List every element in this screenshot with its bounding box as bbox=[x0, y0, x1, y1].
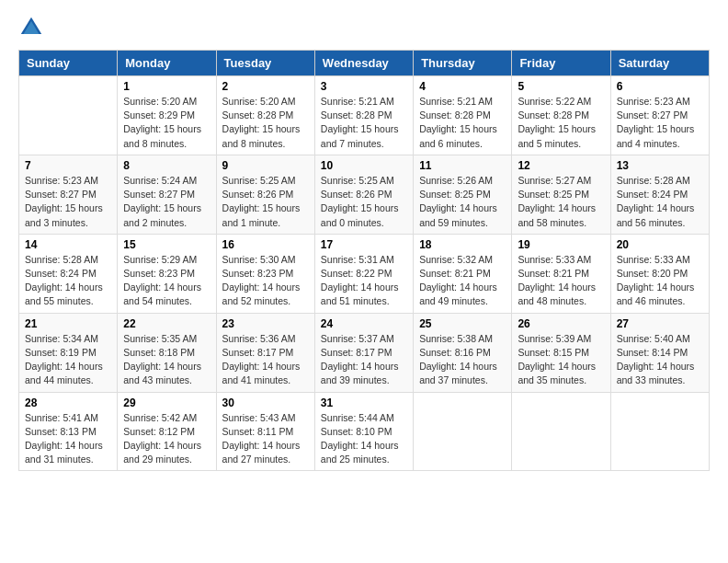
calendar-cell: 13Sunrise: 5:28 AMSunset: 8:24 PMDayligh… bbox=[610, 155, 709, 234]
weekday-header-thursday: Thursday bbox=[414, 51, 512, 76]
day-number: 25 bbox=[419, 317, 506, 330]
day-number: 15 bbox=[123, 238, 210, 251]
day-number: 14 bbox=[25, 238, 111, 251]
weekday-header-tuesday: Tuesday bbox=[216, 51, 314, 76]
day-info: Sunrise: 5:44 AMSunset: 8:10 PMDaylight:… bbox=[321, 411, 407, 467]
calendar-cell: 29Sunrise: 5:42 AMSunset: 8:12 PMDayligh… bbox=[118, 392, 216, 471]
day-number: 24 bbox=[321, 317, 407, 330]
day-info: Sunrise: 5:32 AMSunset: 8:21 PMDaylight:… bbox=[419, 253, 506, 309]
calendar-cell bbox=[414, 392, 512, 471]
calendar-week-1: 1Sunrise: 5:20 AMSunset: 8:29 PMDaylight… bbox=[19, 76, 710, 155]
day-number: 8 bbox=[123, 159, 210, 172]
day-number: 16 bbox=[222, 238, 309, 251]
day-info: Sunrise: 5:41 AMSunset: 8:13 PMDaylight:… bbox=[25, 411, 111, 467]
day-info: Sunrise: 5:27 AMSunset: 8:25 PMDaylight:… bbox=[518, 174, 604, 230]
calendar-cell: 4Sunrise: 5:21 AMSunset: 8:28 PMDaylight… bbox=[414, 76, 512, 155]
day-info: Sunrise: 5:34 AMSunset: 8:19 PMDaylight:… bbox=[25, 332, 111, 388]
calendar-cell: 28Sunrise: 5:41 AMSunset: 8:13 PMDayligh… bbox=[19, 392, 118, 471]
day-info: Sunrise: 5:33 AMSunset: 8:21 PMDaylight:… bbox=[518, 253, 604, 309]
logo-icon bbox=[18, 15, 44, 40]
calendar-cell: 31Sunrise: 5:44 AMSunset: 8:10 PMDayligh… bbox=[314, 392, 413, 471]
day-info: Sunrise: 5:26 AMSunset: 8:25 PMDaylight:… bbox=[419, 174, 506, 230]
calendar-cell: 27Sunrise: 5:40 AMSunset: 8:14 PMDayligh… bbox=[610, 313, 709, 392]
day-number: 31 bbox=[321, 396, 407, 409]
calendar-cell: 22Sunrise: 5:35 AMSunset: 8:18 PMDayligh… bbox=[118, 313, 216, 392]
calendar-cell: 24Sunrise: 5:37 AMSunset: 8:17 PMDayligh… bbox=[314, 313, 413, 392]
weekday-header-monday: Monday bbox=[118, 51, 216, 76]
calendar-header: SundayMondayTuesdayWednesdayThursdayFrid… bbox=[19, 51, 710, 76]
calendar-cell: 21Sunrise: 5:34 AMSunset: 8:19 PMDayligh… bbox=[19, 313, 118, 392]
logo bbox=[18, 15, 48, 40]
weekday-header-saturday: Saturday bbox=[610, 51, 709, 76]
day-info: Sunrise: 5:22 AMSunset: 8:28 PMDaylight:… bbox=[518, 95, 604, 151]
day-number: 3 bbox=[321, 80, 407, 93]
day-info: Sunrise: 5:35 AMSunset: 8:18 PMDaylight:… bbox=[123, 332, 210, 388]
day-number: 26 bbox=[518, 317, 604, 330]
day-number: 1 bbox=[123, 80, 210, 93]
calendar-cell: 5Sunrise: 5:22 AMSunset: 8:28 PMDaylight… bbox=[512, 76, 610, 155]
calendar-cell: 14Sunrise: 5:28 AMSunset: 8:24 PMDayligh… bbox=[19, 234, 118, 313]
calendar-cell: 6Sunrise: 5:23 AMSunset: 8:27 PMDaylight… bbox=[610, 76, 709, 155]
weekday-header-friday: Friday bbox=[512, 51, 610, 76]
day-info: Sunrise: 5:40 AMSunset: 8:14 PMDaylight:… bbox=[617, 332, 703, 388]
day-number: 12 bbox=[518, 159, 604, 172]
day-number: 11 bbox=[419, 159, 506, 172]
calendar-table: SundayMondayTuesdayWednesdayThursdayFrid… bbox=[18, 50, 710, 471]
calendar-cell: 12Sunrise: 5:27 AMSunset: 8:25 PMDayligh… bbox=[512, 155, 610, 234]
calendar-cell: 10Sunrise: 5:25 AMSunset: 8:26 PMDayligh… bbox=[314, 155, 413, 234]
calendar-cell: 25Sunrise: 5:38 AMSunset: 8:16 PMDayligh… bbox=[414, 313, 512, 392]
calendar-cell: 7Sunrise: 5:23 AMSunset: 8:27 PMDaylight… bbox=[19, 155, 118, 234]
calendar-cell: 2Sunrise: 5:20 AMSunset: 8:28 PMDaylight… bbox=[216, 76, 314, 155]
day-number: 5 bbox=[518, 80, 604, 93]
day-info: Sunrise: 5:36 AMSunset: 8:17 PMDaylight:… bbox=[222, 332, 309, 388]
day-number: 18 bbox=[419, 238, 506, 251]
day-info: Sunrise: 5:21 AMSunset: 8:28 PMDaylight:… bbox=[419, 95, 506, 151]
day-info: Sunrise: 5:31 AMSunset: 8:22 PMDaylight:… bbox=[321, 253, 407, 309]
calendar-cell: 11Sunrise: 5:26 AMSunset: 8:25 PMDayligh… bbox=[414, 155, 512, 234]
calendar-week-5: 28Sunrise: 5:41 AMSunset: 8:13 PMDayligh… bbox=[19, 392, 710, 471]
weekday-header-sunday: Sunday bbox=[19, 51, 118, 76]
day-number: 22 bbox=[123, 317, 210, 330]
day-info: Sunrise: 5:24 AMSunset: 8:27 PMDaylight:… bbox=[123, 174, 210, 230]
calendar-cell bbox=[512, 392, 610, 471]
day-info: Sunrise: 5:37 AMSunset: 8:17 PMDaylight:… bbox=[321, 332, 407, 388]
day-info: Sunrise: 5:33 AMSunset: 8:20 PMDaylight:… bbox=[617, 253, 703, 309]
day-info: Sunrise: 5:23 AMSunset: 8:27 PMDaylight:… bbox=[25, 174, 111, 230]
calendar-cell: 18Sunrise: 5:32 AMSunset: 8:21 PMDayligh… bbox=[414, 234, 512, 313]
page-header bbox=[18, 15, 710, 40]
day-number: 17 bbox=[321, 238, 407, 251]
calendar-cell: 26Sunrise: 5:39 AMSunset: 8:15 PMDayligh… bbox=[512, 313, 610, 392]
day-info: Sunrise: 5:21 AMSunset: 8:28 PMDaylight:… bbox=[321, 95, 407, 151]
day-number: 9 bbox=[222, 159, 309, 172]
day-info: Sunrise: 5:20 AMSunset: 8:28 PMDaylight:… bbox=[222, 95, 309, 151]
day-number: 27 bbox=[617, 317, 703, 330]
weekday-header-wednesday: Wednesday bbox=[314, 51, 413, 76]
day-info: Sunrise: 5:25 AMSunset: 8:26 PMDaylight:… bbox=[222, 174, 309, 230]
day-info: Sunrise: 5:23 AMSunset: 8:27 PMDaylight:… bbox=[617, 95, 703, 151]
day-info: Sunrise: 5:25 AMSunset: 8:26 PMDaylight:… bbox=[321, 174, 407, 230]
calendar-week-3: 14Sunrise: 5:28 AMSunset: 8:24 PMDayligh… bbox=[19, 234, 710, 313]
day-number: 4 bbox=[419, 80, 506, 93]
calendar-cell: 9Sunrise: 5:25 AMSunset: 8:26 PMDaylight… bbox=[216, 155, 314, 234]
day-number: 28 bbox=[25, 396, 111, 409]
calendar-cell: 16Sunrise: 5:30 AMSunset: 8:23 PMDayligh… bbox=[216, 234, 314, 313]
day-number: 7 bbox=[25, 159, 111, 172]
day-number: 6 bbox=[617, 80, 703, 93]
calendar-cell: 17Sunrise: 5:31 AMSunset: 8:22 PMDayligh… bbox=[314, 234, 413, 313]
calendar-body: 1Sunrise: 5:20 AMSunset: 8:29 PMDaylight… bbox=[19, 76, 710, 471]
calendar-cell: 23Sunrise: 5:36 AMSunset: 8:17 PMDayligh… bbox=[216, 313, 314, 392]
calendar-cell: 30Sunrise: 5:43 AMSunset: 8:11 PMDayligh… bbox=[216, 392, 314, 471]
day-info: Sunrise: 5:29 AMSunset: 8:23 PMDaylight:… bbox=[123, 253, 210, 309]
day-number: 19 bbox=[518, 238, 604, 251]
day-number: 23 bbox=[222, 317, 309, 330]
day-number: 29 bbox=[123, 396, 210, 409]
day-info: Sunrise: 5:39 AMSunset: 8:15 PMDaylight:… bbox=[518, 332, 604, 388]
day-number: 20 bbox=[617, 238, 703, 251]
day-info: Sunrise: 5:42 AMSunset: 8:12 PMDaylight:… bbox=[123, 411, 210, 467]
calendar-cell: 8Sunrise: 5:24 AMSunset: 8:27 PMDaylight… bbox=[118, 155, 216, 234]
calendar-week-2: 7Sunrise: 5:23 AMSunset: 8:27 PMDaylight… bbox=[19, 155, 710, 234]
calendar-cell: 20Sunrise: 5:33 AMSunset: 8:20 PMDayligh… bbox=[610, 234, 709, 313]
calendar-cell: 1Sunrise: 5:20 AMSunset: 8:29 PMDaylight… bbox=[118, 76, 216, 155]
day-number: 10 bbox=[321, 159, 407, 172]
day-info: Sunrise: 5:43 AMSunset: 8:11 PMDaylight:… bbox=[222, 411, 309, 467]
